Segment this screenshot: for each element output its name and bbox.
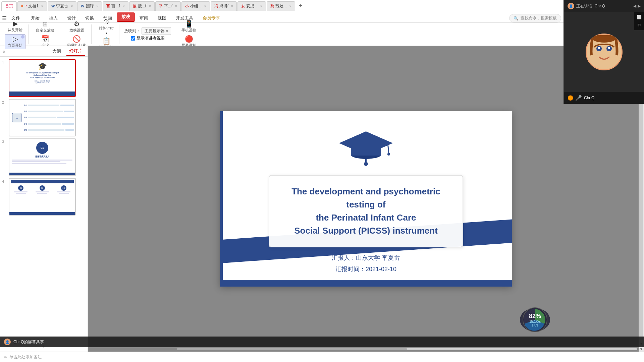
slide-num-1: 1 [2, 59, 7, 65]
tab-fanyi-close[interactable]: × [97, 4, 99, 8]
thumb1-cap: 🎓 [9, 62, 75, 71]
tab-fengbo[interactable]: 冯 冯博f × [211, 1, 237, 11]
ribbon-tab-member[interactable]: 会员专享 [198, 14, 225, 22]
ribbon-search[interactable]: 🔍 查找命令，搜索模板 [509, 14, 561, 22]
tab-fanyi[interactable]: W 翻译 × [77, 1, 102, 11]
tab-fengbo-close[interactable]: × [231, 4, 233, 8]
meeting-icon: 📅 [41, 36, 49, 42]
presenter-view-row: 显示演讲者视图 [131, 36, 165, 41]
thumb3-num: 01 [36, 142, 48, 154]
tab-xiaozhu-close[interactable]: × [204, 4, 206, 8]
tab-sou[interactable]: 搜 搜...f × [129, 1, 155, 11]
from-start-label: 从头开始 [8, 27, 22, 33]
map-selector[interactable]: 主要显示器 ▾ [142, 27, 171, 35]
tab-baidu-close[interactable]: × [123, 4, 125, 8]
panel-collapse-button[interactable]: « [3, 49, 5, 54]
avatar-face [586, 34, 623, 70]
hide-icon: 🚫 [72, 36, 81, 42]
slide-title-line1: The development and psychometric testing… [285, 185, 446, 211]
left-accent [220, 111, 223, 287]
tab-ping[interactable]: 平 平...f × [155, 1, 181, 11]
rehearse-button[interactable]: ⏱ 排练计时 ▾ [96, 17, 116, 36]
notes-placeholder[interactable]: 单击此处添加备注 [9, 354, 42, 360]
mic-active-icon: 🎤 [575, 95, 582, 101]
custom-slideshow-label: 自定义放映 [36, 28, 54, 33]
tab-ping-close[interactable]: × [175, 4, 177, 8]
thumb2-hexagon: ⬡ [12, 113, 21, 122]
thumb4-col2: 02 [36, 185, 49, 194]
tab-fanyi-label: 翻译 [86, 3, 94, 9]
video-footer: 🟠 🎤 Chr.Q [564, 92, 644, 104]
presenter-view-checkbox[interactable] [131, 36, 135, 41]
tab-xiaozhu[interactable]: 小 小组... × [181, 1, 210, 11]
speaker-notes-icon: 📋 [102, 38, 111, 44]
tab-ancheng-close[interactable]: × [260, 4, 262, 8]
map-to-row: 放映到： 主要显示器 ▾ [124, 27, 171, 35]
tab-xiaozhu-label: 小组... [190, 3, 202, 9]
from-current-button[interactable]: ▷ 当页开始 [5, 34, 25, 49]
video-header: 👤 正在讲话: Chr.Q ◀ ▶ [564, 0, 644, 12]
tab-baidu[interactable]: 百 百...f × [103, 1, 128, 11]
slide-thumb-3[interactable]: 01 选题背景及意义 [9, 138, 76, 176]
rehearse-dropdown[interactable]: ▾ [106, 32, 107, 35]
tab-fengbo-label: 冯博f [219, 3, 228, 9]
slide-item-1[interactable]: 1 🎓 The development and psychometric tes… [2, 59, 86, 97]
tab-sou-close[interactable]: × [149, 4, 151, 8]
thumb4-header [11, 180, 74, 183]
ribbon-tab-slideshow[interactable]: 放映 [117, 12, 135, 22]
video-prev-arrow[interactable]: ◀ [633, 4, 636, 8]
mobile-label: 手机遥控 [181, 28, 196, 33]
share-user-avatar: 👤 [4, 339, 11, 345]
settings-icon: ⚙ [74, 20, 80, 27]
ribbon-tab-view[interactable]: 视图 [153, 14, 171, 22]
tab-weijiao[interactable]: 魏 魏姣... × [267, 1, 295, 11]
video-settings-icon[interactable]: ⚙ [635, 21, 643, 29]
slide-title-line2: the Perinatal Infant Care [285, 211, 446, 224]
tab-ancheng[interactable]: 安 安成... × [237, 1, 266, 11]
slide-item-3[interactable]: 3 01 选题背景及意义 [2, 138, 86, 176]
slideshow-settings-button[interactable]: ⚙ 放映设置 [67, 19, 87, 34]
settings-label: 放映设置 [69, 28, 84, 33]
from-start-button[interactable]: ▶ 从头开始 [5, 19, 25, 34]
tab-wendang[interactable]: P 文档1 × [17, 1, 47, 11]
tab-baidu-label: 百...f [111, 3, 120, 9]
ribbon-search-placeholder: 查找命令，搜索模板 [521, 15, 557, 21]
slide-thumb-1[interactable]: 🎓 The development and psychometric testi… [9, 59, 76, 97]
ribbon-group-playback: ▶ 从头开始 ▷ 当页开始 [2, 24, 29, 44]
panel-tab-outline[interactable]: 大纲 [50, 47, 64, 56]
mobile-icon: 📱 [185, 20, 193, 27]
video-next-arrow[interactable]: ▶ [638, 4, 641, 8]
slide-item-2[interactable]: 2 ⬡ 01 02 [2, 99, 86, 136]
tab-wendang-close[interactable]: × [41, 4, 43, 8]
mobile-remote-button[interactable]: 📱 手机遥控 [179, 19, 199, 34]
screen-record-icon: 🔴 [185, 36, 193, 42]
tab-weijiao-close[interactable]: × [289, 4, 291, 8]
notes-edit-icon: ✏ [4, 355, 7, 360]
h-scrollbar[interactable] [176, 347, 639, 352]
tab-ancheng-label: 安成... [246, 3, 258, 9]
video-expand-icon[interactable]: ⬜ [635, 13, 643, 21]
thumb2-row4: 04 [24, 123, 74, 125]
new-tab-button[interactable]: + [296, 1, 305, 11]
tab-word-label: 李夏雷 [56, 3, 68, 9]
thumb3-line2 [12, 161, 60, 162]
ribbon: ☰ 文件 开始 插入 设计 切换 动画 放映 审阅 视图 开发工具 会员专享 🔍… [0, 12, 644, 46]
tab-weijiao-label: 魏姣... [275, 3, 287, 9]
ribbon-tab-review[interactable]: 审阅 [135, 14, 153, 22]
screen-share-bar: 👤 Chr.Q的屏幕共享 [0, 337, 644, 347]
tab-home-label: 首页 [5, 3, 13, 9]
custom-slideshow-button[interactable]: ⊞ 自定义放映 [33, 19, 57, 34]
slide-item-4[interactable]: 4 01 02 [2, 178, 86, 216]
panel-tab-slides[interactable]: 幻灯片 [66, 47, 85, 56]
tab-word[interactable]: W 李夏雷 × [48, 1, 76, 11]
thumb3-footer [9, 173, 75, 175]
tab-home[interactable]: 首页 [1, 1, 17, 11]
tab-wendang-label: 文档1 [28, 3, 39, 9]
slide-thumb-4[interactable]: 01 02 03 [9, 178, 76, 216]
slide-thumb-2[interactable]: ⬡ 01 02 [9, 99, 76, 136]
tab-wendang-icon: P [24, 4, 27, 8]
graduation-cap [339, 128, 393, 170]
tab-word-close[interactable]: × [71, 4, 73, 8]
thumb1-info: 汇报人：山东大学 李夏雷汇报时间：2021-02-10 [9, 80, 75, 83]
tab-sou-label: 搜...f [138, 3, 146, 9]
